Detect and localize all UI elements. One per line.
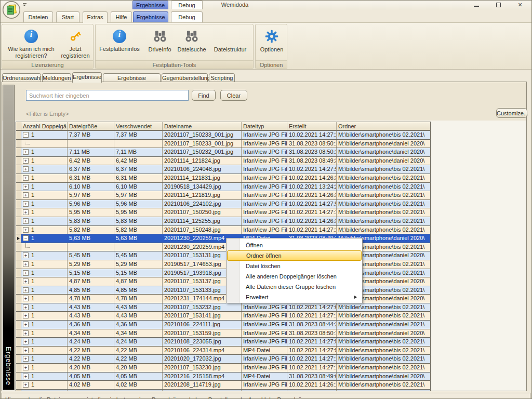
table-row[interactable]: +14,22 MB4,22 MB20201020_172032.jpgIrfan… [16,354,430,363]
table-row[interactable]: +15,83 MB5,83 MB20201114_125255.jpgIrfan… [16,217,430,225]
dateistruktur-button[interactable]: Dateistruktur [207,25,253,59]
festplatteninfos-button[interactable]: i Festplatteninfos [96,25,143,59]
table-row[interactable]: −15,63 MB5,63 MB20201230_220259.mp4MP4-D… [16,234,430,243]
expand-icon[interactable]: + [23,304,29,310]
register-now-button[interactable]: Jetzt registrieren [58,25,92,59]
table-row[interactable]: +16,37 MB6,37 MB20210106_224048.jpgIrfan… [16,165,430,174]
expand-icon[interactable]: + [23,348,29,353]
maximize-button[interactable] [491,2,506,9]
table-row[interactable]: +14,36 MB4,36 MB20210106_224111.jpgIrfan… [16,320,430,329]
expand-icon[interactable]: + [23,296,29,301]
expand-icon[interactable]: + [23,356,29,362]
expand-icon[interactable]: + [23,192,29,198]
column-header-erstellt[interactable]: Erstellt [287,122,337,130]
table-row[interactable]: 20201107_150233_001.jpgIrfanView JPG Fil… [16,139,430,148]
table-row[interactable]: +14,87 MB4,87 MB20201107_153137.jpgIrfan… [16,277,430,286]
expand-icon[interactable]: + [23,175,29,181]
customize-button[interactable]: Customize... [496,108,527,118]
expand-icon[interactable]: + [23,382,29,388]
table-row[interactable]: +15,96 MB5,96 MB20210106_224102.jpgIrfan… [16,200,430,208]
table-row[interactable]: +15,29 MB5,29 MB20190517_174653.jpgIrfan… [16,260,430,269]
table-row[interactable]: +16,31 MB6,31 MB20201114_121831.jpgIrfan… [16,174,430,182]
table-row[interactable]: +14,85 MB4,85 MB20201107_153133.jpgIrfan… [16,286,430,295]
dateisuche-button[interactable]: Dateisuche [176,25,207,59]
collapse-icon[interactable]: − [23,132,29,138]
close-button[interactable]: × [513,2,527,9]
table-row[interactable]: +14,20 MB4,20 MB20201107_153230.jpgIrfan… [16,363,430,372]
driveinfo-button[interactable]: DriveInfo [143,25,176,59]
table-row[interactable]: −17,37 MB7,37 MB20201107_150233_001.jpgI… [16,130,430,139]
column-header-verschwendet[interactable]: Verschwendet [114,122,163,130]
expand-icon[interactable]: + [23,158,29,164]
ribbon-tab-start[interactable]: Start [56,11,79,22]
app-icon[interactable] [2,1,21,19]
expand-icon[interactable]: + [23,270,29,276]
side-panel-vertical-label[interactable]: Ergebnisse [5,347,12,385]
ribbon-tab-hilfe[interactable]: Hilfe [111,11,132,22]
context-group-header-ergebnisse[interactable]: Ergebnisse [132,1,168,9]
expand-icon[interactable]: + [23,149,29,155]
table-row[interactable]: +15,95 MB5,95 MB20201107_150250.jpgIrfan… [16,208,430,217]
table-row[interactable]: +14,43 MB4,43 MB20201107_153141.jpgIrfan… [16,311,430,320]
expand-icon[interactable]: + [23,374,29,379]
expand-icon[interactable]: + [23,322,29,327]
menu-item-datei-loeschen[interactable]: Datei löschen [227,261,362,271]
find-button[interactable]: Find [192,90,216,101]
table-row[interactable]: +14,22 MB4,22 MB20210106_224314.mp4MP4-D… [16,346,430,355]
expand-icon[interactable]: + [23,339,29,344]
menu-item-alle-anderen-doppelgaenger-loeschen[interactable]: Alle anderen Doppelgänger löschen [227,271,362,282]
table-row[interactable]: 20201230_220259.mp4MP4-DateiM:\bilder\sm… [16,243,430,251]
context-group-header-debug[interactable]: Debug [171,1,203,9]
expand-icon[interactable]: + [23,330,29,336]
expand-icon[interactable]: + [23,287,29,293]
menu-item-erweitert[interactable]: Erweitert [227,292,362,302]
ribbon-tab-ergebnisse[interactable]: Ergebnisse [133,11,168,22]
table-row[interactable]: +14,43 MB4,43 MB20201107_153232.jpgIrfan… [16,303,430,312]
collapse-icon[interactable]: − [23,235,29,241]
table-row[interactable]: +16,10 MB6,10 MB20190518_134429.jpgIrfan… [16,182,430,191]
minimize-button[interactable] [469,2,484,9]
expand-icon[interactable]: + [23,166,29,172]
expand-icon[interactable]: + [23,227,29,233]
side-collapsed-panel[interactable]: Ergebnisse [3,85,15,390]
column-header-anzahl[interactable]: Anzahl Doppelgä.. [21,122,68,130]
expand-icon[interactable]: + [23,365,29,370]
column-header-ordner[interactable]: Ordner [337,122,430,130]
optionen-button[interactable]: Optionen [256,25,288,59]
table-row[interactable]: +17,11 MB7,11 MB20201107_150232_001.jpgI… [16,148,430,156]
table-row[interactable]: +15,45 MB5,45 MB20201107_153131.jpgIrfan… [16,251,430,260]
search-input[interactable] [26,90,189,101]
table-row[interactable]: +14,02 MB4,02 MB20201208_114719.jpgIrfan… [16,380,430,389]
table-row[interactable]: +14,01 MB4,01 MB20201129_142903.jpgIrfan… [16,389,430,391]
ribbon-tab-debug[interactable]: Debug [171,11,203,22]
expand-icon[interactable]: + [23,278,29,284]
column-header-dateiname[interactable]: Dateiname [163,122,242,130]
table-row[interactable]: +14,78 MB4,78 MB20201231_174144.mp4MP4-D… [16,294,430,303]
expand-icon[interactable]: + [23,201,29,207]
menu-item-alle-dateien-dieser-gruppe-loeschen[interactable]: Alle Dateien dieser Gruppe löschen [227,282,362,292]
table-row[interactable]: +15,82 MB5,82 MB20201107_150248.jpgIrfan… [16,225,430,234]
menu-item-oeffnen[interactable]: Öffnen [227,240,362,250]
cell-groesse: 4,87 MB [68,277,114,286]
expand-icon[interactable]: + [23,218,29,224]
expand-icon[interactable]: + [23,261,29,267]
ribbon-tab-extras[interactable]: Extras [83,11,108,23]
column-header-dateityp[interactable]: Dateityp [242,122,287,130]
ribbon-tab-dateien[interactable]: Dateien [23,11,53,22]
expand-icon[interactable]: + [23,313,29,318]
expand-icon[interactable]: + [23,209,29,215]
expand-icon[interactable]: + [23,252,29,258]
table-row[interactable]: +16,42 MB6,42 MB20201114_121824.jpgIrfan… [16,156,430,165]
table-row[interactable]: +14,24 MB4,24 MB20210108_223055.jpgIrfan… [16,337,430,346]
table-row[interactable]: +14,34 MB4,34 MB20201107_153159.jpgIrfan… [16,329,430,338]
table-row[interactable]: +15,15 MB5,15 MB20190517_193918.jpgIrfan… [16,269,430,277]
column-header-dateigroesse[interactable]: Dateigröße [68,122,114,130]
table-row[interactable]: +14,05 MB4,05 MB20201216_215158.mp4MP4-D… [16,372,430,381]
quick-access-dropdown-icon[interactable] [22,3,27,8]
clear-button[interactable]: Clear [220,90,247,101]
table-row[interactable]: +15,97 MB5,97 MB20201114_121819.jpgIrfan… [16,191,430,200]
expand-icon[interactable]: + [23,184,29,190]
register-info-button[interactable]: i Wie kann ich mich registrieren? [4,25,58,59]
tab-ergebnisse[interactable]: Ergebnisse [72,72,102,83]
menu-item-ordner-oeffnen[interactable]: Ordner öffnen [227,250,362,261]
